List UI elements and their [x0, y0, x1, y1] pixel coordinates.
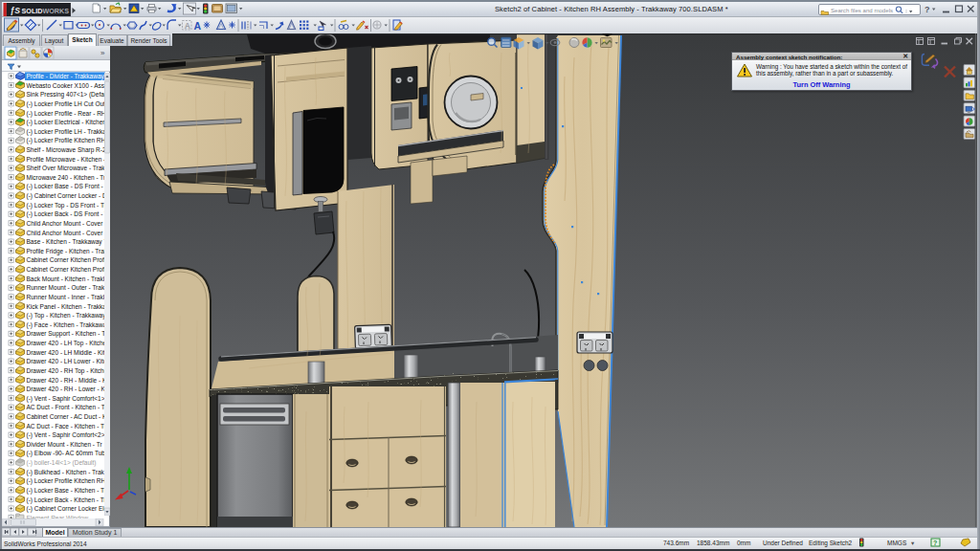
svg-text:Profile Fridge - Kitchen - Tra: Profile Fridge - Kitchen - Tral [27, 248, 106, 255]
svg-text:(-) Locker Back - Kitchen - Tr: (-) Locker Back - Kitchen - Tr [27, 496, 107, 504]
svg-text:Runner Mount - Outer - Trak: Runner Mount - Outer - Trak [27, 284, 105, 291]
svg-text:(-) boiler-14l<1> (Default): (-) boiler-14l<1> (Default) [27, 459, 97, 467]
svg-text:ƒS: ƒS [11, 6, 21, 15]
svg-text:(-) Locker Top - DS Front - Tr: (-) Locker Top - DS Front - Tr [27, 202, 107, 209]
svg-text:?: ? [933, 540, 937, 546]
svg-text:Cabinet Corner - AC Duct - K: Cabinet Corner - AC Duct - K [27, 413, 107, 420]
svg-text:(-) Locker Base - DS Front - T: (-) Locker Base - DS Front - T [27, 183, 109, 190]
svg-text:(-) Locker Electrical - Kitche: (-) Locker Electrical - Kitchen [27, 119, 107, 126]
svg-text:Sketch2 of Cabinet - Kitchen R: Sketch2 of Cabinet - Kitchen RH Assembly… [495, 5, 728, 13]
svg-text:Profile Microwave - Kitchen -: Profile Microwave - Kitchen - [27, 156, 106, 163]
svg-text:Drawer 420 - LH Lower - Kitc: Drawer 420 - LH Lower - Kitc [27, 358, 108, 364]
svg-text:(-) Locker Profile - Rear - RH: (-) Locker Profile - Rear - RH [27, 110, 106, 118]
svg-text:Cabinet Corner Kitchen Profi: Cabinet Corner Kitchen Profi [27, 256, 106, 263]
svg-text:Profile - Divider - Trakkaway: Profile - Divider - Trakkaway [27, 73, 105, 80]
svg-text:AC Duct - Front - Kitchen - T: AC Duct - Front - Kitchen - T [27, 404, 105, 410]
svg-text:Runner Mount - Inner - Trakl: Runner Mount - Inner - Trakl [27, 294, 105, 300]
svg-text:(-) Bulkhead - Kitchen - Trak: (-) Bulkhead - Kitchen - Trak [27, 469, 105, 476]
svg-text:(-) Elbow -90- AC 60mm Tub: (-) Elbow -90- AC 60mm Tub [27, 450, 106, 457]
svg-text:Shelf Over Microwave - Trakl: Shelf Over Microwave - Trakl [27, 165, 107, 171]
svg-text:Base - Kitchen - Trakkaway 7: Base - Kitchen - Trakkaway 7 [27, 238, 108, 246]
svg-text:Divider Mount - Kitchen - Tr: Divider Mount - Kitchen - Tr [27, 441, 103, 448]
svg-text:Child Anchor Mount - Cover: Child Anchor Mount - Cover [27, 220, 104, 227]
svg-text:A: A [194, 20, 202, 32]
svg-text:Microwave 240 - Kitchen - Tr: Microwave 240 - Kitchen - Tr [27, 174, 107, 181]
svg-text:(-) Vent - Saphir Comfort<2>: (-) Vent - Saphir Comfort<2> [27, 431, 105, 439]
svg-text:(-) Vent - Saphir Comfort<1>: (-) Vent - Saphir Comfort<1> [27, 395, 105, 403]
svg-text:Drawer 420 - LH Middle - Kit: Drawer 420 - LH Middle - Kit [27, 349, 105, 356]
svg-text:(-) Locker Profile LH Cut Out: (-) Locker Profile LH Cut Out [27, 100, 106, 108]
svg-text:(-) Locker Base - Kitchen - Tr: (-) Locker Base - Kitchen - Tr [27, 487, 107, 495]
svg-text:AC Duct - Face - Kitchen - Tr: AC Duct - Face - Kitchen - Tr [27, 423, 107, 430]
svg-text:(-) Top - Kitchen - Trakkaway: (-) Top - Kitchen - Trakkaway [27, 312, 107, 320]
svg-text:A: A [185, 21, 190, 31]
svg-text:(-) Locker Profile LH - Trakka: (-) Locker Profile LH - Trakka [27, 128, 107, 136]
svg-text:(-) Cabinet Corner Locker Ele: (-) Cabinet Corner Locker Ele [27, 505, 108, 513]
svg-text:Sink Pressing 407<1> (Defau: Sink Pressing 407<1> (Defau [27, 91, 108, 99]
svg-text:Drawer Support - Kitchen - T: Drawer Support - Kitchen - T [27, 330, 106, 338]
svg-text:Child Anchor Mount - Cover: Child Anchor Mount - Cover [27, 230, 104, 236]
svg-text:Webasto Cooker X100 - Asse: Webasto Cooker X100 - Asse [27, 82, 109, 89]
svg-text:(-) Locker Profile Kitchen RH: (-) Locker Profile Kitchen RH [27, 137, 106, 144]
svg-text:(-) Locker Back - DS Front - T: (-) Locker Back - DS Front - T [27, 210, 109, 218]
svg-text:(-) Cabinet Corner Locker - D: (-) Cabinet Corner Locker - D [27, 192, 107, 200]
svg-text:Shelf - Microwave Sharp R-2: Shelf - Microwave Sharp R-2 [27, 146, 106, 154]
svg-text:(-) Face - Kitchen - Trakkawa: (-) Face - Kitchen - Trakkawa [27, 321, 107, 329]
svg-text:(-) Locker Profile Kitchen RH: (-) Locker Profile Kitchen RH [27, 477, 106, 485]
svg-text:Back Mount - Kitchen - Trakl: Back Mount - Kitchen - Trakl [27, 276, 105, 282]
svg-text:Search files and models: Search files and models [831, 7, 893, 13]
svg-text:Drawer 420 - RH Top - Kitche: Drawer 420 - RH Top - Kitche [27, 367, 108, 375]
svg-text:?: ? [924, 5, 930, 14]
svg-text:SOLIDWORKS: SOLIDWORKS [22, 7, 70, 15]
svg-text:Drawer 420 - RH - Lower - Kit: Drawer 420 - RH - Lower - Kit [27, 386, 109, 392]
svg-text:Drawer 420 - RH - Middle - K: Drawer 420 - RH - Middle - K [27, 377, 107, 384]
svg-text:Drawer 420 - LH Top - Kitche: Drawer 420 - LH Top - Kitche [27, 340, 107, 347]
svg-text:Cabinet Corner Kitchen Profi: Cabinet Corner Kitchen Profi [27, 266, 106, 273]
svg-text:Kick Panel - Kitchen - Trakka: Kick Panel - Kitchen - Trakka [27, 303, 107, 310]
